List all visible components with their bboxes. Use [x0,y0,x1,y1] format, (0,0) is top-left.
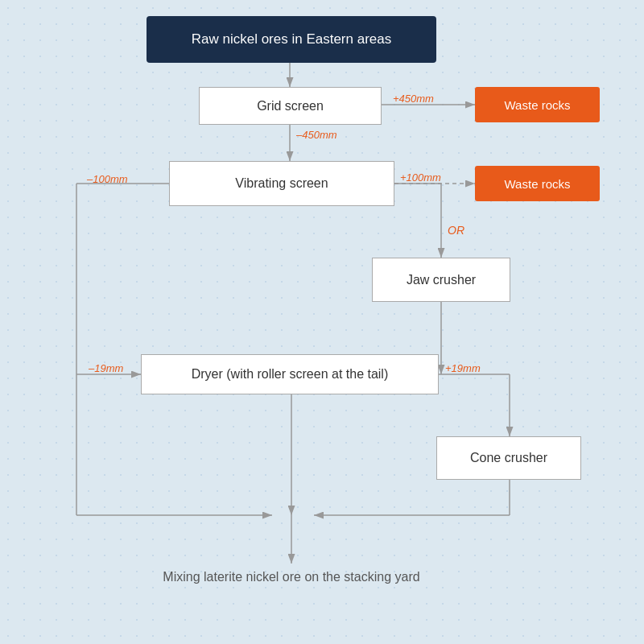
cone-crusher-label: Cone crusher [470,451,547,465]
label-plus19: +19mm [445,362,481,374]
waste-rocks-2-label: Waste rocks [505,177,571,191]
waste-rocks-1-label: Waste rocks [505,98,571,112]
cone-crusher-box: Cone crusher [436,436,581,480]
label-minus100: –100mm [87,173,128,185]
vibrating-screen-box: Vibrating screen [169,161,394,206]
label-minus450: –450mm [296,129,337,141]
label-minus19: –19mm [89,362,123,374]
grid-screen-box: Grid screen [199,87,382,125]
label-plus100: +100mm [400,171,441,184]
label-plus450: +450mm [393,93,434,105]
waste-rocks-1-box: Waste rocks [475,87,600,122]
mixing-label: Mixing laterite nickel ore on the stacki… [163,570,419,584]
dryer-label: Dryer (with roller screen at the tail) [192,367,389,382]
vibrating-screen-label: Vibrating screen [235,176,328,191]
grid-screen-label: Grid screen [257,99,324,114]
jaw-crusher-box: Jaw crusher [372,258,510,302]
raw-nickel-label: Raw nickel ores in Eastern areas [192,31,392,47]
dryer-box: Dryer (with roller screen at the tail) [141,354,439,394]
raw-nickel-box: Raw nickel ores in Eastern areas [147,16,436,63]
label-or: OR [448,224,464,237]
mixing-text: Mixing laterite nickel ore on the stacki… [130,570,452,584]
waste-rocks-2-box: Waste rocks [475,166,600,201]
jaw-crusher-label: Jaw crusher [407,273,476,287]
